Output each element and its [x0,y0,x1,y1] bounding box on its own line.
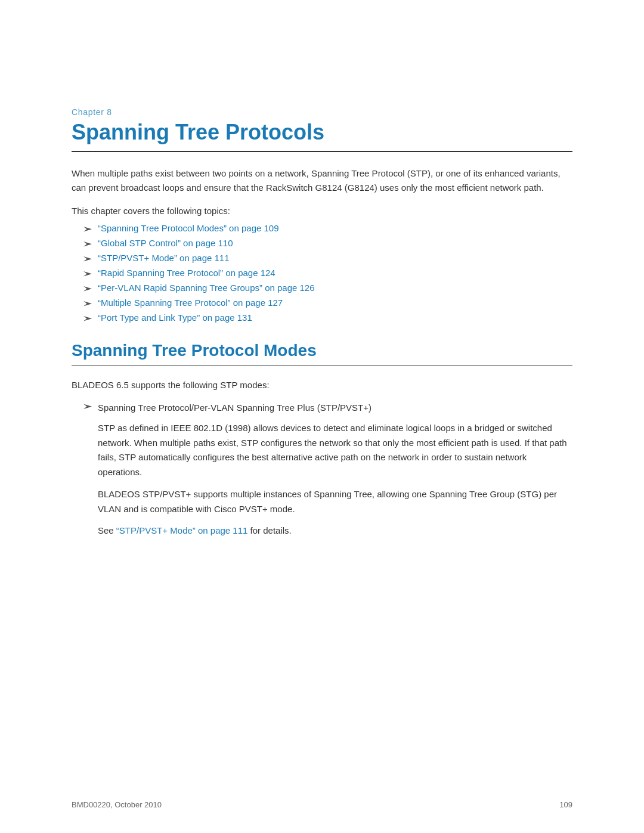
page-footer: BMD00220, October 2010 109 [72,800,572,809]
bullet-icon [83,255,92,263]
see-also: See “STP/PVST+ Mode” on page 111 for det… [98,524,572,538]
topic-link-5[interactable]: “Per-VLAN Rapid Spanning Tree Groups” on… [98,283,315,293]
footer-left: BMD00220, October 2010 [72,800,162,809]
list-item: “STP/PVST+ Mode” on page 111 [83,253,572,263]
topic-list: “Spanning Tree Protocol Modes” on page 1… [83,223,572,323]
chapter-label: Chapter 8 [72,107,572,117]
topic-link-1[interactable]: “Spanning Tree Protocol Modes” on page 1… [98,223,279,233]
mode-description-1: STP as defined in IEEE 802.1D (1998) all… [98,421,572,480]
section-content: BLADEOS 6.5 supports the following STP m… [72,378,572,538]
section-stp-modes: Spanning Tree Protocol Modes BLADEOS 6.5… [72,340,572,538]
mode-description-2: BLADEOS STP/PVST+ supports multiple inst… [98,487,572,517]
footer-right: 109 [559,800,572,809]
chapter-title: Spanning Tree Protocols [72,119,572,145]
mode-title: Spanning Tree Protocol/Per-VLAN Spanning… [98,401,572,415]
mode-item-content: Spanning Tree Protocol/Per-VLAN Spanning… [98,401,572,538]
section-title: Spanning Tree Protocol Modes [72,340,572,361]
topic-link-4[interactable]: “Rapid Spanning Tree Protocol” on page 1… [98,268,275,278]
list-item: “Global STP Control” on page 110 [83,238,572,248]
list-item: “Per-VLAN Rapid Spanning Tree Groups” on… [83,283,572,293]
list-item: Spanning Tree Protocol/Per-VLAN Spanning… [83,401,572,538]
bullet-icon [83,270,92,278]
bullet-icon [83,284,92,293]
modes-list: Spanning Tree Protocol/Per-VLAN Spanning… [83,401,572,538]
bullet-icon [83,240,92,248]
list-item: “Port Type and Link Type” on page 131 [83,312,572,323]
modes-intro: BLADEOS 6.5 supports the following STP m… [72,378,572,392]
topic-link-3[interactable]: “STP/PVST+ Mode” on page 111 [98,253,230,263]
topic-link-6[interactable]: “Multiple Spanning Tree Protocol” on pag… [98,298,283,308]
list-item: “Rapid Spanning Tree Protocol” on page 1… [83,268,572,278]
see-also-link[interactable]: “STP/PVST+ Mode” on page 111 [116,525,248,535]
list-item: “Multiple Spanning Tree Protocol” on pag… [83,298,572,308]
bullet-icon [83,314,92,323]
list-item: “Spanning Tree Protocol Modes” on page 1… [83,223,572,233]
see-also-prefix: See [98,525,116,535]
topics-intro: This chapter covers the following topics… [72,206,572,216]
bullet-icon [83,299,92,308]
topic-link-7[interactable]: “Port Type and Link Type” on page 131 [98,312,252,323]
title-divider [72,151,572,152]
chapter-header: Chapter 8 Spanning Tree Protocols [72,107,572,145]
intro-paragraph: When multiple paths exist between two po… [72,166,572,195]
section-divider [72,366,572,366]
bullet-icon [83,225,92,233]
topic-link-2[interactable]: “Global STP Control” on page 110 [98,238,233,248]
bullet-icon [83,402,92,411]
see-also-suffix: for details. [247,525,291,535]
page-container: Chapter 8 Spanning Tree Protocols When m… [0,0,644,833]
